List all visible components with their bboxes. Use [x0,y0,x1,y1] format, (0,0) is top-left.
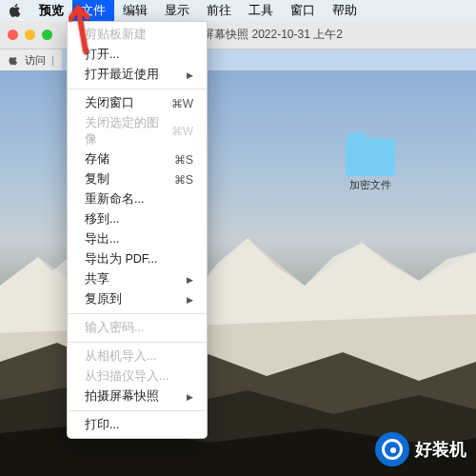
apple-small-icon [8,54,19,66]
menu-item-label: 拍摄屏幕快照 [85,388,159,405]
menu-item-label: 移到... [85,211,119,228]
apple-logo-icon [8,3,23,18]
menu-item-[interactable]: 共享▶ [68,269,207,289]
desktop-folder[interactable]: 加密文件 [346,138,395,192]
watermark: 好装机 [375,432,466,466]
file-dropdown-menu: 剪贴板新建打开...打开最近使用▶关闭窗口⌘W关闭选定的图像⌘W存储⌘S复制⌘S… [67,21,208,439]
menu-shortcut: ⌘W [171,125,193,138]
menu-item-label: 存储 [85,151,109,168]
menu-item-label: 导出... [85,231,119,248]
toolbar-separator: | [51,54,54,66]
menu-go[interactable]: 前往 [198,0,240,21]
close-button[interactable] [8,30,18,40]
menu-item-: 输入密码... [68,318,207,338]
menu-item-[interactable]: 复原到▶ [68,289,207,309]
menu-item-label: 关闭窗口 [85,95,134,111]
menu-shortcut: ⌘S [174,153,193,167]
submenu-arrow-icon: ▶ [187,295,193,305]
menu-item-label: 共享 [85,271,109,288]
menu-item-label: 打开... [85,47,119,63]
minimize-button[interactable] [25,30,35,40]
menu-file[interactable]: 文件 [72,0,114,21]
menu-item-[interactable]: 复制⌘S [68,169,207,189]
menu-item-: 剪贴板新建 [68,25,207,45]
app-name[interactable]: 预览 [30,0,72,21]
menu-shortcut: ⌘S [174,173,193,187]
menu-separator [68,342,207,343]
menu-item-label: 重新命名... [85,191,144,208]
menu-item-label: 打印... [85,417,119,433]
menu-item-[interactable]: 拍摄屏幕快照▶ [68,387,207,407]
traffic-lights [8,30,52,40]
menu-item-[interactable]: 存储⌘S [68,149,207,169]
menu-item-label: 打开最近使用 [85,67,159,83]
folder-icon [346,138,395,176]
menu-shortcut: ⌘W [171,97,193,110]
watermark-logo-icon [375,432,409,466]
watermark-text: 好装机 [415,438,466,461]
toolbar: 访问 | [0,50,62,70]
menubar: 预览 文件 编辑 显示 前往 工具 窗口 帮助 [0,0,476,21]
menu-item-[interactable]: 打开最近使用▶ [68,65,207,85]
window-title: 屏幕快照 2022-10-31 上午2 [203,27,343,43]
menu-item-label: 复制 [85,171,109,188]
menu-item-[interactable]: 导出... [68,229,207,249]
menu-item-pdf[interactable]: 导出为 PDF... [68,249,207,269]
menu-edit[interactable]: 编辑 [114,0,156,21]
submenu-arrow-icon: ▶ [187,392,193,402]
toolbar-label: 访问 [25,53,46,68]
menu-help[interactable]: 帮助 [324,0,366,21]
submenu-arrow-icon: ▶ [187,275,193,285]
menu-item-label: 复原到 [85,291,122,307]
menu-view[interactable]: 显示 [156,0,198,21]
zoom-button[interactable] [42,30,52,40]
menu-item-label: 从相机导入... [85,348,156,365]
menu-item-label: 剪贴板新建 [85,27,147,43]
menu-item-label: 导出为 PDF... [85,251,158,268]
menu-item-: 从相机导入... [68,347,207,367]
folder-label: 加密文件 [349,178,391,192]
menu-item-[interactable]: 移到... [68,209,207,229]
menu-item-label: 输入密码... [85,320,144,336]
submenu-arrow-icon: ▶ [187,70,193,80]
menu-item-[interactable]: 重新命名... [68,189,207,209]
menu-item-[interactable]: 打印... [68,415,207,435]
menu-item-[interactable]: 关闭窗口⌘W [68,93,207,113]
menu-separator [68,313,207,314]
menu-item-: 关闭选定的图像⌘W [68,113,207,149]
menu-window[interactable]: 窗口 [282,0,324,21]
menu-item-label: 关闭选定的图像 [85,115,171,148]
menu-item-label: 从扫描仪导入... [85,368,169,385]
menu-separator [68,89,207,89]
menu-item-: 从扫描仪导入... [68,367,207,387]
menu-separator [68,410,207,411]
menu-item-[interactable]: 打开... [68,45,207,65]
menu-tools[interactable]: 工具 [240,0,282,21]
